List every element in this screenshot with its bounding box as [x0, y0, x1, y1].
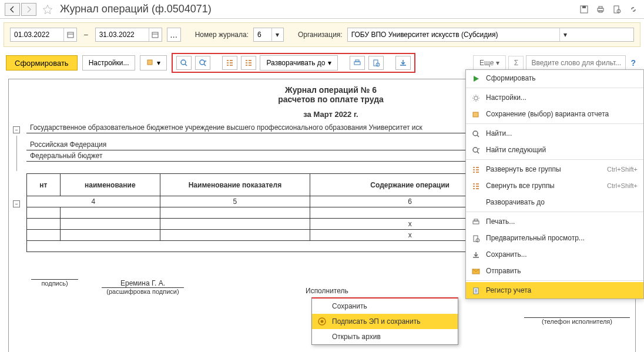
print-icon[interactable]	[350, 56, 365, 70]
svg-point-20	[473, 131, 478, 136]
date-from-input[interactable]	[11, 31, 63, 39]
dd-expand-to[interactable]: Разворачивать до	[466, 194, 643, 210]
context-menu: Сохранить Подписать ЭП и сохранить Откры…	[311, 297, 458, 345]
organization-label: Организация:	[298, 31, 343, 39]
dd-register[interactable]: Регистр учета	[466, 282, 643, 299]
more-dropdown-menu: Сформировать Настройки... Сохранение (вы…	[465, 69, 644, 299]
signature-caption: подпись)	[31, 280, 78, 287]
dd-find[interactable]: Найти...	[466, 125, 643, 142]
expand-to-button[interactable]: Разворачивать до ▾	[260, 55, 337, 71]
stamp-icon	[318, 317, 326, 326]
download-icon	[471, 250, 481, 260]
print-icon[interactable]	[595, 4, 606, 15]
ctx-open-archive[interactable]: Открыть архив	[312, 329, 458, 344]
save-floppy-icon[interactable]	[578, 4, 590, 15]
svg-rect-19	[473, 112, 478, 117]
phone-caption-block: (телефон исполнителя)	[524, 317, 630, 325]
dd-collapse-all[interactable]: Свернуть все группы Ctrl+Shift+	[466, 177, 643, 194]
date-picker-button[interactable]: …	[167, 28, 181, 42]
save-file-icon[interactable]	[395, 56, 411, 70]
svg-rect-7	[68, 32, 73, 38]
svg-point-21	[473, 147, 478, 152]
collapse-icon[interactable]: −	[13, 200, 20, 207]
svg-point-17	[321, 320, 324, 323]
find-next-icon[interactable]	[195, 56, 210, 70]
signer-caption: (расшифровка подписи)	[102, 288, 184, 295]
page-title: Журнал операций (ф.0504071)	[60, 3, 212, 15]
search-icon	[471, 129, 481, 139]
settings-button[interactable]: Настройки...	[82, 55, 136, 71]
dd-print[interactable]: Печать...	[466, 213, 643, 230]
date-range-separator: –	[82, 31, 90, 39]
expand-groups-icon[interactable]	[222, 56, 237, 70]
calendar-icon[interactable]	[63, 28, 76, 41]
back-button[interactable]	[5, 3, 20, 16]
svg-rect-13	[355, 60, 359, 62]
generate-button[interactable]: Сформировать	[6, 55, 78, 71]
svg-rect-23	[474, 219, 478, 221]
dd-find-next[interactable]: Найти следующий	[466, 142, 643, 158]
highlighted-toolbar-group: Разворачивать до ▾	[172, 53, 415, 73]
save-variant-button[interactable]: ▾	[140, 55, 167, 71]
dd-expand-all[interactable]: Развернуть все группы Ctrl+Shift+	[466, 161, 643, 177]
print-preview-icon[interactable]	[368, 56, 384, 70]
play-icon	[471, 74, 481, 83]
collapse-icon[interactable]: −	[13, 126, 20, 133]
favorite-star-icon[interactable]	[41, 3, 54, 16]
more-button[interactable]: Еще ▾	[473, 55, 506, 71]
svg-rect-12	[354, 62, 360, 65]
expand-icon	[471, 165, 481, 175]
sigma-icon[interactable]: Σ	[508, 56, 524, 70]
preview-icon[interactable]	[611, 4, 623, 15]
help-icon[interactable]: ?	[628, 58, 638, 68]
svg-rect-1	[582, 6, 586, 8]
outline-gutter: − −	[9, 126, 24, 243]
dropdown-icon[interactable]: ▾	[559, 28, 571, 41]
print-icon	[471, 217, 481, 227]
signer-name: Еремина Г. А.	[102, 279, 184, 288]
ctx-sign-and-save[interactable]: Подписать ЭП и сохранить	[312, 314, 458, 329]
date-to-input[interactable]	[96, 31, 149, 39]
svg-rect-22	[473, 221, 479, 224]
dd-generate[interactable]: Сформировать	[466, 70, 643, 86]
journal-number-label: Номер журнала:	[195, 31, 249, 39]
svg-rect-9	[147, 60, 152, 65]
calendar-icon[interactable]	[149, 28, 162, 41]
svg-point-18	[474, 96, 478, 100]
filter-input[interactable]	[526, 55, 626, 71]
dd-save-variant[interactable]: Сохранение (выбор) варианта отчета	[466, 106, 643, 122]
dropdown-icon[interactable]: ▾	[271, 28, 283, 41]
dd-settings[interactable]: Настройки...	[466, 89, 643, 106]
executor-label: Исполнитель	[306, 287, 348, 295]
folder-icon	[471, 110, 481, 119]
svg-rect-3	[599, 6, 602, 8]
dd-send[interactable]: Отправить	[466, 263, 643, 279]
ctx-save[interactable]: Сохранить	[312, 299, 458, 314]
mail-icon	[471, 267, 481, 276]
svg-point-10	[181, 60, 186, 65]
preview-icon	[471, 234, 481, 243]
link-icon[interactable]	[628, 4, 639, 15]
collapse-groups-icon[interactable]	[241, 56, 256, 70]
organization-input[interactable]	[348, 31, 559, 39]
svg-point-11	[200, 60, 204, 65]
search-next-icon	[471, 146, 481, 155]
journal-number-input[interactable]	[254, 31, 271, 39]
gear-icon	[471, 93, 481, 103]
document-icon	[471, 286, 481, 296]
svg-rect-8	[152, 32, 158, 38]
find-icon[interactable]	[176, 56, 192, 70]
collapse-icon	[471, 182, 481, 191]
dd-preview[interactable]: Предварительный просмотр...	[466, 230, 643, 246]
dd-save[interactable]: Сохранить...	[466, 246, 643, 263]
forward-button[interactable]	[21, 3, 36, 16]
